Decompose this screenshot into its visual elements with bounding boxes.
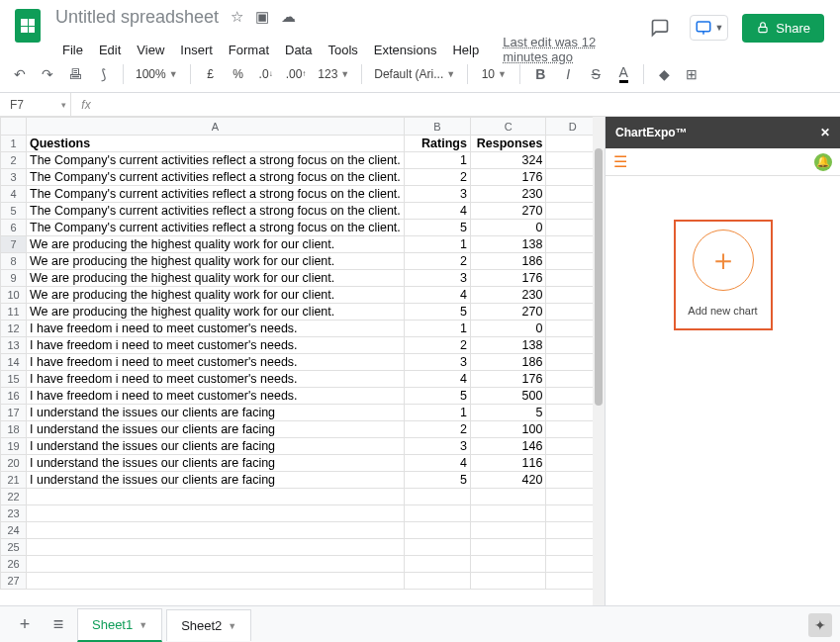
cell[interactable]: 230 xyxy=(470,186,545,203)
cell[interactable] xyxy=(404,505,470,522)
cell[interactable]: The Company's current activities reflect… xyxy=(27,169,405,186)
cell[interactable]: 4 xyxy=(404,287,470,304)
row-header[interactable]: 17 xyxy=(1,405,27,421)
cell[interactable] xyxy=(546,136,600,152)
cell[interactable]: 4 xyxy=(404,203,470,220)
decrease-decimals-button[interactable]: .0↓ xyxy=(254,61,278,87)
panel-close-icon[interactable]: ✕ xyxy=(820,126,830,139)
row-header[interactable]: 15 xyxy=(1,371,27,388)
cell[interactable] xyxy=(470,539,545,556)
cell[interactable]: 5 xyxy=(470,405,545,421)
sheet-tab-1[interactable]: Sheet1▼ xyxy=(77,608,162,642)
currency-button[interactable]: £ xyxy=(199,61,223,87)
cell[interactable]: 4 xyxy=(404,455,470,472)
cell[interactable]: 0 xyxy=(470,220,545,236)
cell[interactable] xyxy=(470,556,545,573)
add-sheet-button[interactable]: + xyxy=(10,614,40,635)
cell[interactable] xyxy=(546,304,600,321)
add-new-chart-button[interactable]: ＋ Add new chart xyxy=(674,220,773,330)
cell[interactable] xyxy=(470,505,545,522)
paint-format-icon[interactable]: ⟆ xyxy=(91,61,115,87)
cell[interactable]: 138 xyxy=(470,337,545,354)
cell[interactable]: I have freedom i need to meet customer's… xyxy=(27,337,405,354)
cell[interactable] xyxy=(546,152,600,169)
row-header[interactable]: 10 xyxy=(1,287,27,304)
cell[interactable]: 5 xyxy=(404,220,470,236)
cell[interactable]: 4 xyxy=(404,371,470,388)
row-header[interactable]: 8 xyxy=(1,253,27,270)
cell[interactable] xyxy=(546,539,600,556)
cell[interactable] xyxy=(404,539,470,556)
zoom-select[interactable]: 100%▼ xyxy=(132,61,182,87)
row-header[interactable]: 6 xyxy=(1,220,27,236)
cell[interactable]: I understand the issues our clients are … xyxy=(27,455,405,472)
cell[interactable]: 420 xyxy=(470,472,545,489)
move-icon[interactable]: ▣ xyxy=(255,8,269,26)
cell[interactable]: 176 xyxy=(470,371,545,388)
cell[interactable] xyxy=(546,556,600,573)
cell[interactable] xyxy=(404,556,470,573)
share-button[interactable]: Share xyxy=(742,14,824,43)
cell[interactable] xyxy=(470,489,545,505)
borders-button[interactable]: ⊞ xyxy=(680,61,703,87)
bold-button[interactable]: B xyxy=(528,61,552,87)
col-header-C[interactable]: C xyxy=(470,118,545,136)
row-header[interactable]: 1 xyxy=(1,136,27,152)
row-header[interactable]: 3 xyxy=(1,169,27,186)
cell[interactable]: 1 xyxy=(404,236,470,253)
cell[interactable] xyxy=(27,573,405,590)
cell[interactable] xyxy=(546,220,600,236)
cell[interactable] xyxy=(470,573,545,590)
cell[interactable]: I understand the issues our clients are … xyxy=(27,421,405,438)
cell[interactable] xyxy=(404,522,470,539)
menu-file[interactable]: File xyxy=(55,39,90,61)
cell[interactable] xyxy=(546,169,600,186)
row-header[interactable]: 2 xyxy=(1,152,27,169)
row-header[interactable]: 20 xyxy=(1,455,27,472)
cell[interactable] xyxy=(470,522,545,539)
print-icon[interactable]: 🖶 xyxy=(63,61,87,87)
cell[interactable]: 5 xyxy=(404,304,470,321)
cell[interactable]: 176 xyxy=(470,169,545,186)
textcolor-button[interactable]: A xyxy=(611,61,635,87)
cell[interactable]: 2 xyxy=(404,253,470,270)
row-header[interactable]: 25 xyxy=(1,539,27,556)
cell[interactable]: 186 xyxy=(470,354,545,371)
row-header[interactable]: 14 xyxy=(1,354,27,371)
menu-edit[interactable]: Edit xyxy=(92,39,128,61)
cell[interactable]: I understand the issues our clients are … xyxy=(27,405,405,421)
cell[interactable]: We are producing the highest quality wor… xyxy=(27,253,405,270)
row-header[interactable]: 16 xyxy=(1,388,27,405)
cell[interactable] xyxy=(546,186,600,203)
row-header[interactable]: 19 xyxy=(1,438,27,455)
row-header[interactable]: 24 xyxy=(1,522,27,539)
cell[interactable]: 176 xyxy=(470,270,545,287)
menu-extensions[interactable]: Extensions xyxy=(367,39,444,61)
menu-format[interactable]: Format xyxy=(222,39,276,61)
row-header[interactable]: 9 xyxy=(1,270,27,287)
cell[interactable]: We are producing the highest quality wor… xyxy=(27,304,405,321)
fontsize-select[interactable]: 10▼ xyxy=(476,61,512,87)
cell[interactable] xyxy=(404,573,470,590)
cell[interactable] xyxy=(546,203,600,220)
cell[interactable] xyxy=(546,472,600,489)
cell[interactable]: 100 xyxy=(470,421,545,438)
star-icon[interactable]: ☆ xyxy=(231,8,243,26)
cell[interactable] xyxy=(546,337,600,354)
all-sheets-button[interactable]: ≡ xyxy=(44,614,73,635)
vertical-scrollbar[interactable] xyxy=(593,117,605,605)
row-header[interactable]: 4 xyxy=(1,186,27,203)
cell[interactable] xyxy=(27,556,405,573)
comments-icon[interactable] xyxy=(644,12,676,44)
strike-button[interactable]: S xyxy=(584,61,607,87)
cell[interactable]: I have freedom i need to meet customer's… xyxy=(27,388,405,405)
cell[interactable] xyxy=(546,405,600,421)
cell[interactable]: 3 xyxy=(404,354,470,371)
notification-bell-icon[interactable]: 🔔 xyxy=(814,153,832,171)
cell[interactable]: 230 xyxy=(470,287,545,304)
cell[interactable]: 270 xyxy=(470,203,545,220)
sheet-tab-2[interactable]: Sheet2▼ xyxy=(166,609,251,641)
cell[interactable] xyxy=(546,253,600,270)
cell[interactable] xyxy=(404,489,470,505)
present-button[interactable]: ▼ xyxy=(690,15,728,41)
